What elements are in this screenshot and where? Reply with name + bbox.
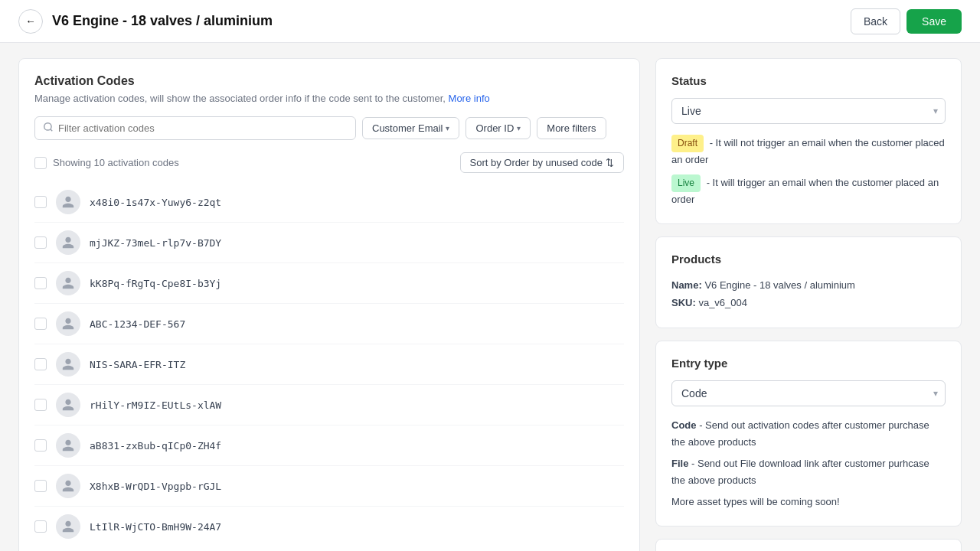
more-filters-label: More filters [547,122,596,134]
product-name-value: V6 Engine - 18 valves / aluminium [704,279,855,291]
sort-label: Sort by Order by unused code [470,157,603,168]
list-item: rHilY-rM9IZ-EUtLs-xlAW [34,385,624,425]
code-checkbox[interactable] [34,277,47,289]
svg-point-0 [44,123,51,130]
avatar [56,352,80,377]
list-item: NIS-SARA-EFR-ITZ [34,344,624,385]
avatar [56,514,80,539]
order-id-filter[interactable]: Order ID ▾ [466,117,531,139]
code-value: aB831-zxBub-qICp0-ZH4f [90,440,221,452]
live-status-info: Live - It will trigger an email when the… [671,174,946,208]
avatar [56,433,80,458]
entry-type-select-wrapper: CodeFile ▾ [671,380,946,406]
file-entry-desc: File - Send out File download link after… [671,455,946,489]
code-desc-text: - Send out activation codes after custom… [671,419,929,448]
list-item: aB831-zxBub-qICp0-ZH4f [34,425,624,466]
code-checkbox[interactable] [34,439,47,452]
sort-icon: ⇅ [606,157,614,168]
svg-line-1 [51,129,53,132]
avatar [56,230,80,255]
code-entry-desc: Code - Send out activation codes after c… [671,417,946,451]
draft-status-desc: - It will not trigger an email when the … [671,137,945,165]
products-card: Products Name: V6 Engine - 18 valves / a… [655,236,962,328]
top-bar-right: Back Save [851,8,962,34]
code-keyword: Code [671,419,697,431]
code-value: kK8Pq-fRgTq-Cpe8I-b3Yj [90,278,221,289]
entry-type-card: Entry type CodeFile ▾ Code - Send out ac… [655,341,962,527]
coming-soon-text: More asset types will be coming soon! [671,494,946,510]
order-chevron-icon: ▾ [517,124,521,132]
live-status-desc: - It will trigger an email when the cust… [671,177,939,205]
section-desc: Manage activation codes, will show the a… [34,93,624,104]
order-id-label: Order ID [475,122,514,134]
code-value: x48i0-1s47x-Yuwy6-z2qt [90,197,221,208]
email-chevron-icon: ▾ [446,124,449,132]
select-all-checkbox[interactable] [34,157,47,169]
customer-email-label: Customer Email [372,122,443,134]
list-item: X8hxB-WrQD1-Vpgpb-rGJL [34,466,624,507]
file-desc-text: - Send out File download link after cust… [671,458,929,486]
code-value: rHilY-rM9IZ-EUtLs-xlAW [90,399,221,411]
list-item: LtIlR-WjCTO-BmH9W-24A7 [34,507,624,546]
back-arrow-button[interactable]: ← [18,9,43,34]
code-value: ABC-1234-DEF-567 [90,318,185,330]
avatar [56,190,80,214]
draft-status-info: Draft - It will not trigger an email whe… [671,135,946,168]
code-checkbox[interactable] [34,520,47,533]
code-checkbox[interactable] [34,318,47,330]
code-checkbox[interactable] [34,358,47,370]
sort-button[interactable]: Sort by Order by unused code ⇅ [460,152,624,173]
top-bar: ← V6 Engine - 18 valves / aluminium Back… [0,0,980,43]
customer-email-filter[interactable]: Customer Email ▾ [362,117,459,139]
back-button[interactable]: Back [851,8,900,34]
entry-type-select[interactable]: CodeFile [671,380,946,406]
code-checkbox[interactable] [34,399,47,411]
page-title: V6 Engine - 18 valves / aluminium [52,13,273,29]
code-list: x48i0-1s47x-Yuwy6-z2qt mjJKZ-73meL-rlp7v… [34,182,624,546]
product-sku: SKU: va_v6_004 [671,294,946,311]
list-meta: Showing 10 activation codes Sort by Orde… [34,149,624,176]
main-layout: Activation Codes Manage activation codes… [0,43,980,551]
code-value: LtIlR-WjCTO-BmH9W-24A7 [90,521,221,533]
avatar [56,393,80,417]
product-sku-value: va_v6_004 [698,297,747,308]
list-item: x48i0-1s47x-Yuwy6-z2qt [34,182,624,223]
file-keyword: File [671,458,688,469]
list-meta-left: Showing 10 activation codes [34,157,179,169]
product-name-label: Name: [671,279,702,291]
code-checkbox[interactable] [34,236,47,249]
status-select-wrapper: LiveDraft ▾ [671,98,946,124]
filter-bar: Customer Email ▾ Order ID ▾ More filters [34,116,624,140]
list-item: ABC-1234-DEF-567 [34,304,624,344]
list-item: kK8Pq-fRgTq-Cpe8I-b3Yj [34,263,624,304]
left-panel: Activation Codes Manage activation codes… [18,58,640,551]
back-arrow-icon: ← [25,15,35,27]
status-card-title: Status [671,74,946,87]
products-info: Name: V6 Engine - 18 valves / aluminium … [671,276,946,312]
product-sku-label: SKU: [671,297,696,308]
products-card-title: Products [671,253,946,266]
code-checkbox[interactable] [34,480,47,492]
entry-type-card-title: Entry type [671,357,946,370]
status-card: Status LiveDraft ▾ Draft - It will not t… [655,58,962,224]
top-bar-left: ← V6 Engine - 18 valves / aluminium [18,9,273,34]
more-filters-button[interactable]: More filters [537,117,606,139]
save-button[interactable]: Save [906,9,962,34]
search-input[interactable] [58,122,348,134]
code-value: mjJKZ-73meL-rlp7v-B7DY [90,237,221,249]
right-panel: Status LiveDraft ▾ Draft - It will not t… [655,58,962,551]
list-item: mjJKZ-73meL-rlp7v-B7DY [34,223,624,263]
search-wrapper [34,116,356,140]
code-value: NIS-SARA-EFR-ITZ [90,359,185,370]
more-info-link[interactable]: More info [449,93,490,104]
avatar [56,474,80,498]
auto-claim-card: Auto Claim Enable - Automatically send o… [655,539,962,551]
search-icon [43,122,54,135]
status-select[interactable]: LiveDraft [671,98,946,124]
avatar [56,271,80,295]
showing-label: Showing 10 activation codes [53,157,179,168]
section-title: Activation Codes [34,74,624,88]
product-name: Name: V6 Engine - 18 valves / aluminium [671,276,946,294]
avatar [56,311,80,336]
code-checkbox[interactable] [34,196,47,208]
